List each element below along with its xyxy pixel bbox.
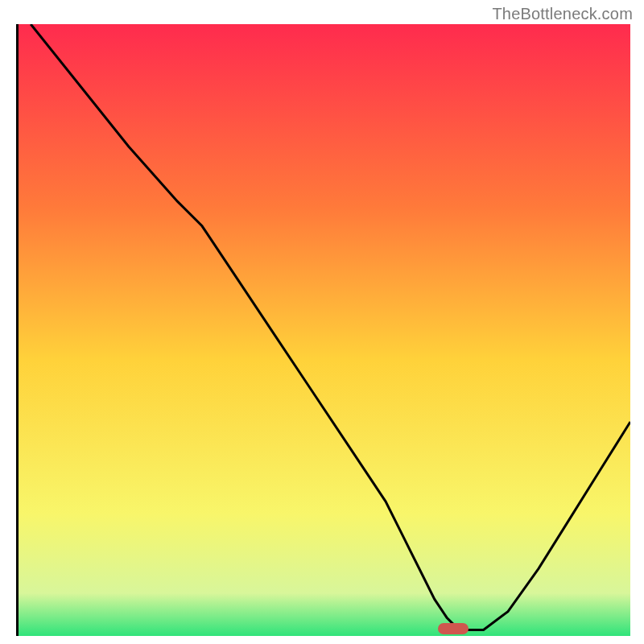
chart-svg <box>19 24 630 636</box>
chart-background <box>19 24 630 636</box>
chart-plot-area <box>16 24 628 636</box>
optimal-range-marker <box>438 623 469 634</box>
watermark-text: TheBottleneck.com <box>492 5 633 23</box>
